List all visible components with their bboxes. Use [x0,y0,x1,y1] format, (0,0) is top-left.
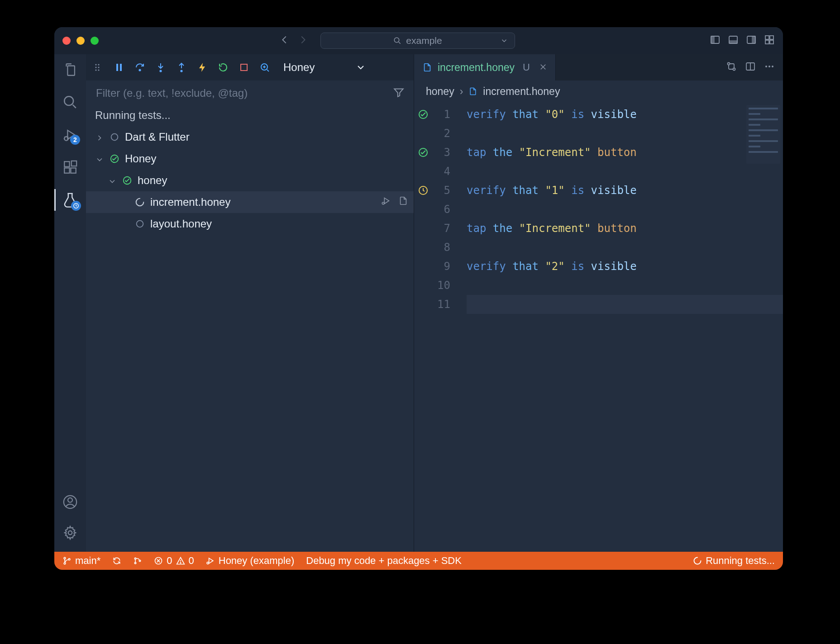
minimize-window-button[interactable] [76,37,85,45]
code-line[interactable]: verify that "1" is visible [467,181,783,200]
split-editor-button[interactable] [745,61,756,74]
toggle-panel-button[interactable] [728,34,739,47]
tree-twisty[interactable] [95,133,104,142]
extensions-view-button[interactable] [61,158,79,176]
maximize-window-button[interactable] [91,37,99,45]
customize-layout-button[interactable] [764,34,775,47]
tree-leaf-spacer [120,198,129,207]
code-line[interactable] [467,200,783,219]
nav-arrows [280,35,308,47]
test-filter-input[interactable] [95,86,387,100]
step-over-button[interactable] [134,62,146,73]
line-number: 4 [432,162,450,181]
tree-twisty[interactable] [108,176,117,185]
code-editor[interactable]: 1234567891011 verify that "0" is visible… [414,102,783,552]
debug-scope-label: Debug my code + packages + SDK [306,555,462,567]
test-progress-status[interactable]: Running tests... [693,555,775,567]
code-line[interactable]: tap the "Increment" button [467,143,783,162]
drag-handle-icon[interactable] [92,62,104,73]
command-center-text: example [406,35,442,46]
status-bar: main* 0 0 Honey (example) Debug my code … [54,552,783,570]
code-line[interactable]: verify that "0" is visible [467,105,783,124]
problems-status[interactable]: 0 0 [154,555,194,567]
nav-back-button[interactable] [280,35,290,47]
code-line[interactable] [467,276,783,295]
compare-changes-button[interactable] [726,61,737,74]
svg-rect-32 [241,64,247,71]
nav-forward-button[interactable] [298,35,308,47]
toggle-primary-sidebar-button[interactable] [710,34,721,47]
source-control-graph-button[interactable] [133,556,142,565]
test-status-icon [110,154,119,164]
svg-rect-16 [72,161,76,166]
test-tree-item[interactable]: increment.honey [86,191,414,213]
svg-rect-14 [64,168,69,173]
close-window-button[interactable] [62,37,71,45]
launch-config-selector[interactable]: Honey [283,61,366,74]
debug-launch-status[interactable]: Honey (example) [206,555,295,567]
test-tree-item[interactable]: layout.honey [86,213,414,235]
code-lines[interactable]: verify that "0" is visibletap the "Incre… [456,102,783,552]
code-line[interactable] [467,162,783,181]
debug-test-button[interactable] [381,196,391,208]
breadcrumbs[interactable]: honey › increment.honey [414,80,783,102]
accounts-button[interactable] [61,493,79,511]
editor-actions [718,54,783,80]
source-control-icon [133,556,142,565]
glyph [418,105,429,124]
warning-icon [176,556,185,565]
editor-tab[interactable]: increment.honey U [414,54,556,80]
glyph-margin [414,102,432,552]
test-tree-item[interactable]: Dart & Flutter [86,126,414,148]
svg-point-21 [95,64,96,65]
step-into-button[interactable] [155,62,167,73]
test-item-label: Dart & Flutter [125,131,190,143]
test-tree-item[interactable]: Honey [86,148,414,170]
code-line[interactable]: verify that "2" is visible [467,257,783,276]
git-sync-button[interactable] [112,556,121,565]
test-tree-item[interactable]: honey [86,170,414,191]
command-center[interactable]: example [320,33,515,49]
line-number: 10 [432,276,450,295]
code-line[interactable]: tap the "Increment" button [467,219,783,238]
more-actions-button[interactable] [764,61,775,74]
test-progress-label: Running tests... [706,555,775,567]
tree-twisty[interactable] [95,154,104,163]
breadcrumb-segment[interactable]: increment.honey [483,85,560,98]
filter-icon[interactable] [393,86,405,100]
svg-point-31 [181,70,182,71]
title-layout-controls [710,34,775,47]
restart-button[interactable] [217,62,229,73]
testing-view-button[interactable] [61,191,79,209]
code-line[interactable] [467,124,783,143]
breadcrumb-segment[interactable]: honey [426,85,454,98]
line-number: 9 [432,257,450,276]
settings-button[interactable] [61,524,79,542]
line-number: 6 [432,200,450,219]
inspect-widget-button[interactable] [259,62,271,73]
git-branch-status[interactable]: main* [62,555,100,567]
code-line[interactable] [467,295,783,314]
workbench-body: 2 [54,54,783,552]
explorer-view-button[interactable] [61,61,79,79]
tab-close-button[interactable] [539,62,547,74]
stop-button[interactable] [238,62,250,73]
go-to-test-button[interactable] [398,196,408,208]
step-out-button[interactable] [176,62,187,73]
code-line[interactable] [467,238,783,257]
svg-rect-15 [71,168,76,173]
test-item-actions [381,196,408,208]
run-debug-view-button[interactable]: 2 [61,126,79,144]
pause-button[interactable] [113,62,125,73]
test-filter-row [86,80,414,105]
toggle-secondary-sidebar-button[interactable] [746,34,757,47]
minimap[interactable] [746,105,780,164]
search-view-button[interactable] [61,93,79,111]
hot-reload-button[interactable] [196,62,208,73]
title-bar: example [54,27,783,54]
debug-scope-status[interactable]: Debug my code + packages + SDK [306,555,462,567]
svg-rect-9 [765,40,769,44]
debug-launch-label: Honey (example) [219,555,295,567]
test-item-label: increment.honey [150,196,230,208]
svg-point-11 [64,96,73,105]
